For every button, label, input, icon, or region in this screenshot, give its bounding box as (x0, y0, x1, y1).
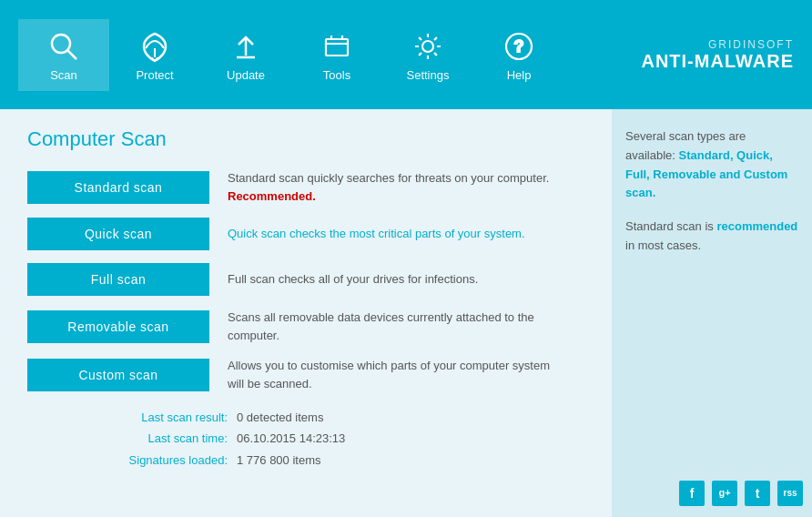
right-panel-p1: Several scan types are available: Standa… (625, 127, 798, 203)
nav-label-tools: Tools (323, 68, 350, 82)
right-panel-p2-end: in most cases. (625, 238, 701, 252)
full-scan-desc-text: Full scan checks all of your drives for … (228, 272, 478, 286)
custom-scan-desc: Allows you to customise which parts of y… (228, 357, 564, 392)
custom-scan-button[interactable]: Custom scan (27, 359, 209, 391)
stats-label-time: Last scan time: (82, 428, 228, 449)
stats-row-signatures: Signatures loaded: 1 776 800 items (82, 450, 584, 471)
rss-icon[interactable]: rss (777, 481, 803, 506)
full-scan-row: Full scan Full scan checks all of your d… (27, 263, 584, 296)
full-scan-button[interactable]: Full scan (27, 263, 209, 296)
standard-scan-row: Standard scan Standard scan quickly sear… (27, 169, 584, 205)
quick-scan-desc: Quick scan checks the most critical part… (228, 225, 525, 243)
right-panel-p2-cyan: recommended (716, 219, 797, 233)
nav-label-update: Update (227, 68, 265, 82)
nav-item-settings[interactable]: Settings (382, 19, 473, 91)
nav-item-tools[interactable]: Tools (291, 19, 382, 91)
main-container: Computer Scan Standard scan Standard sca… (0, 109, 812, 517)
brand-bottom: ANTI-MALWARE (641, 51, 794, 72)
removable-scan-desc: Scans all removable data devices current… (228, 309, 564, 344)
brand-top: GRIDINSOFT (641, 38, 794, 51)
removable-scan-button[interactable]: Removable scan (27, 310, 209, 343)
social-icons: f g+ t rss (679, 481, 803, 506)
standard-scan-button[interactable]: Standard scan (27, 171, 209, 204)
scan-icon (46, 28, 82, 65)
standard-scan-desc-text: Standard scan quickly searches for threa… (228, 171, 549, 185)
right-panel: Several scan types are available: Standa… (612, 109, 812, 517)
stats-label-result: Last scan result: (82, 407, 228, 428)
right-panel-p2: Standard scan is recommended in most cas… (625, 218, 798, 256)
tools-icon (319, 28, 355, 65)
nav-item-help[interactable]: ? Help (473, 19, 564, 91)
brand: GRIDINSOFT ANTI-MALWARE (641, 38, 794, 72)
removable-scan-desc-text: Scans all removable data devices current… (228, 310, 534, 342)
nav-label-protect: Protect (136, 68, 173, 82)
stats-label-signatures: Signatures loaded: (82, 450, 228, 471)
twitter-icon[interactable]: t (745, 481, 770, 506)
nav-item-protect[interactable]: Protect (109, 19, 200, 91)
svg-rect-5 (326, 39, 348, 56)
quick-scan-row: Quick scan Quick scan checks the most cr… (27, 218, 584, 250)
removable-scan-row: Removable scan Scans all removable data … (27, 309, 584, 344)
svg-line-1 (67, 50, 76, 59)
nav-item-scan[interactable]: Scan (18, 19, 109, 91)
custom-scan-desc-text: Allows you to customise which parts of y… (228, 359, 550, 390)
custom-scan-row: Custom scan Allows you to customise whic… (27, 357, 584, 392)
left-content: Computer Scan Standard scan Standard sca… (0, 109, 612, 517)
right-panel-p2-normal: Standard scan is (625, 219, 716, 233)
stats-value-result: 0 detected items (237, 407, 323, 428)
quick-scan-desc-text: Quick scan checks the most critical part… (228, 227, 525, 240)
header: Scan Protect Update Tools (0, 0, 812, 109)
svg-point-9 (422, 41, 433, 52)
nav-label-settings: Settings (407, 68, 450, 82)
stats-area: Last scan result: 0 detected items Last … (27, 407, 584, 471)
googleplus-icon[interactable]: g+ (712, 481, 737, 506)
facebook-icon[interactable]: f (679, 481, 705, 506)
stats-value-signatures: 1 776 800 items (237, 450, 321, 471)
stats-row-time: Last scan time: 06.10.2015 14:23:13 (82, 428, 584, 449)
settings-icon (410, 28, 446, 65)
page-title: Computer Scan (27, 127, 584, 151)
standard-scan-desc: Standard scan quickly searches for threa… (228, 169, 564, 205)
nav-label-scan: Scan (50, 68, 77, 82)
stats-value-time: 06.10.2015 14:23:13 (237, 428, 345, 449)
stats-row-result: Last scan result: 0 detected items (82, 407, 584, 428)
quick-scan-button[interactable]: Quick scan (27, 218, 209, 250)
nav-label-help: Help (507, 68, 532, 82)
standard-scan-recommended: Recommended. (228, 189, 316, 203)
update-icon (228, 28, 264, 65)
nav-item-update[interactable]: Update (200, 19, 291, 91)
protect-icon (137, 28, 173, 65)
full-scan-desc: Full scan checks all of your drives for … (228, 270, 478, 289)
help-icon: ? (501, 28, 537, 65)
svg-text:?: ? (514, 37, 524, 56)
